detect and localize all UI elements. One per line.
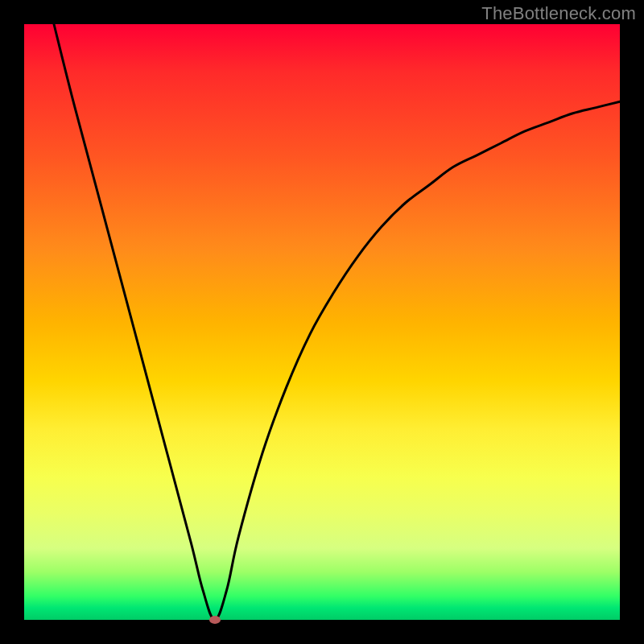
curve-path — [54, 24, 620, 620]
watermark-text: TheBottleneck.com — [481, 3, 636, 24]
chart-frame: TheBottleneck.com — [0, 0, 644, 644]
plot-area — [24, 24, 620, 620]
curve-svg — [24, 24, 620, 620]
minimum-marker — [209, 616, 221, 624]
